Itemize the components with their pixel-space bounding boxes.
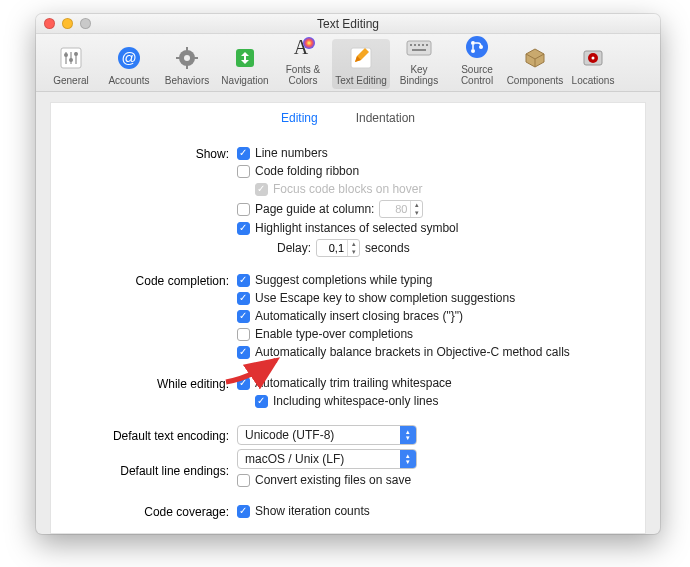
svg-rect-22 [418,44,420,46]
checkbox-typeover[interactable]: Enable type-over completions [237,327,629,342]
svg-point-5 [69,58,73,62]
toolbar-source-control[interactable]: Source Control [448,28,506,89]
label-delay: Delay: [277,241,311,256]
tabstrip: Editing Indentation [50,102,646,132]
svg-point-32 [592,57,595,60]
label-code-completion: Code completion: [67,273,237,288]
chevron-updown-icon [400,450,416,468]
select-line-endings[interactable]: macOS / Unix (LF) [237,449,417,469]
checkbox-convert-on-save[interactable]: Convert existing files on save [237,473,629,488]
toolbar-key-bindings[interactable]: Key Bindings [390,28,448,89]
svg-point-26 [466,36,488,58]
page-guide-column-field[interactable]: ▴▾ [379,200,423,218]
checkbox-highlight-instances[interactable]: Highlight instances of selected symbol [237,221,629,236]
label-show: Show: [67,146,237,161]
arrows-icon [230,43,260,73]
svg-point-28 [471,49,475,53]
toolbar-behaviors[interactable]: Behaviors [158,39,216,89]
sliders-icon [56,43,86,73]
at-icon: @ [114,43,144,73]
delay-field[interactable]: ▴▾ [316,239,360,257]
svg-point-10 [184,55,190,61]
label-seconds: seconds [365,241,410,256]
toolbar-components[interactable]: Components [506,39,564,89]
checkbox-balance[interactable]: Automatically balance brackets in Object… [237,345,629,360]
preferences-window: Text Editing General @ Accounts Behavior… [36,14,660,534]
stepper-down-icon[interactable]: ▾ [411,209,422,217]
label-default-line-endings: Default line endings: [67,463,237,478]
font-icon: A [288,32,318,62]
checkbox-escape[interactable]: Use Escape key to show completion sugges… [237,291,629,306]
svg-point-27 [471,41,475,45]
svg-point-6 [74,52,78,56]
keyboard-icon [404,32,434,62]
preferences-toolbar: General @ Accounts Behaviors Navigation … [36,34,660,92]
toolbar-fonts-colors[interactable]: A Fonts & Colors [274,28,332,89]
label-default-encoding: Default text encoding: [67,428,237,443]
toolbar-general[interactable]: General [42,39,100,89]
checkbox-suggest[interactable]: Suggest completions while typing [237,273,629,288]
toolbar-accounts[interactable]: @ Accounts [100,39,158,89]
checkbox-code-folding[interactable]: Code folding ribbon [237,164,629,179]
window-title: Text Editing [36,17,660,31]
svg-point-17 [303,37,315,49]
svg-rect-21 [414,44,416,46]
checkbox-braces[interactable]: Automatically insert closing braces ("}"… [237,309,629,324]
toolbar-text-editing[interactable]: Text Editing [332,39,390,89]
drive-icon [578,43,608,73]
stepper-up-icon[interactable]: ▴ [411,201,422,209]
box-icon [520,43,550,73]
chevron-updown-icon [400,426,416,444]
svg-rect-12 [186,65,188,69]
tab-editing[interactable]: Editing [277,105,322,131]
svg-point-4 [64,53,68,57]
tab-indentation[interactable]: Indentation [352,105,419,131]
label-code-coverage: Code coverage: [67,504,237,519]
svg-rect-19 [407,41,431,55]
titlebar: Text Editing [36,14,660,34]
svg-rect-23 [422,44,424,46]
toolbar-locations[interactable]: Locations [564,39,622,89]
checkbox-focus-hover: Focus code blocks on hover [255,182,629,197]
checkbox-iteration-counts[interactable]: Show iteration counts [237,504,629,519]
svg-rect-14 [194,57,198,59]
checkbox-trim-whitespace[interactable]: Automatically trim trailing whitespace [237,376,629,391]
svg-rect-20 [410,44,412,46]
checkbox-line-numbers[interactable]: Line numbers [237,146,629,161]
scm-icon [462,32,492,62]
settings-pane: Show: Line numbers Code folding ribbon F… [50,132,646,534]
svg-rect-25 [412,49,426,51]
pencil-icon [346,43,376,73]
select-encoding[interactable]: Unicode (UTF-8) [237,425,417,445]
label-while-editing: While editing: [67,376,237,391]
toolbar-navigation[interactable]: Navigation [216,39,274,89]
checkbox-including-whitespace[interactable]: Including whitespace-only lines [255,394,629,409]
stepper-down-icon[interactable]: ▾ [348,248,359,256]
svg-text:@: @ [121,49,136,66]
gear-icon [172,43,202,73]
stepper-up-icon[interactable]: ▴ [348,240,359,248]
checkbox-page-guide[interactable]: Page guide at column: ▴▾ [237,200,629,218]
svg-rect-11 [186,47,188,51]
svg-rect-13 [176,57,180,59]
svg-rect-24 [426,44,428,46]
